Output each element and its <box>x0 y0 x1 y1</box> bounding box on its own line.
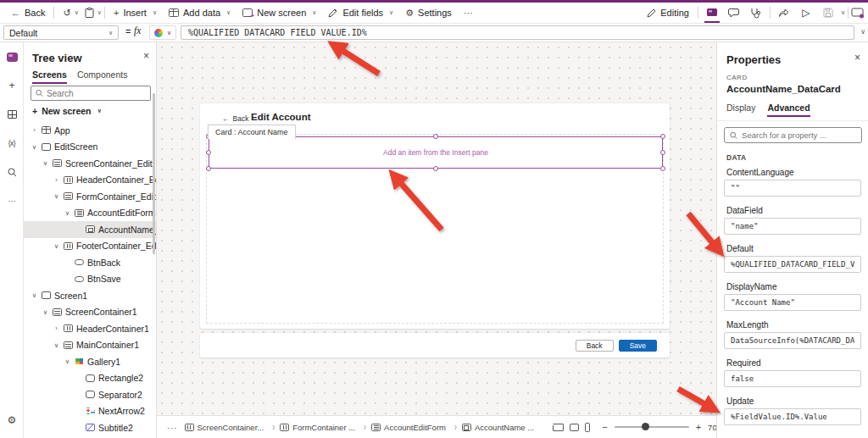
tree-item[interactable]: ∨ ScreenContainer1 <box>24 304 156 321</box>
tree-item-chevron[interactable]: ∨ <box>31 291 38 299</box>
app-screen[interactable]: ← Back Edit Account Card : Account Name … <box>200 103 670 329</box>
tree-item-chevron[interactable]: › <box>53 176 60 184</box>
zoom-out-button[interactable]: − <box>602 422 607 432</box>
preview-button[interactable]: ▷ <box>795 3 817 23</box>
tree-item-chevron[interactable]: › <box>53 324 60 332</box>
tree-item[interactable]: AccountName_DataCard <box>24 221 156 238</box>
rail-settings-button[interactable]: ⚙ <box>0 406 24 435</box>
tree-item-chevron[interactable]: ∨ <box>42 308 49 316</box>
app-back-button[interactable]: Back <box>576 340 614 352</box>
rail-search-button[interactable] <box>0 158 24 186</box>
insert-button[interactable]: + Insert ∨ <box>108 3 163 23</box>
tree-item-chevron[interactable]: ∨ <box>53 242 60 250</box>
property-field-input[interactable]: "name" <box>724 218 861 235</box>
tree-item[interactable]: ∨ Gallery1 <box>24 353 156 370</box>
breadcrumb-item[interactable]: AccountName ... › <box>462 423 534 432</box>
breadcrumb-item[interactable]: FormContainer ... › <box>280 423 371 432</box>
tab-display[interactable]: Display <box>726 103 755 117</box>
tree-item-chevron[interactable]: › <box>31 126 38 134</box>
tree-item[interactable]: › HeaderContainer1 <box>24 320 156 337</box>
property-field-input[interactable]: "Account Name" <box>724 294 861 311</box>
tree-item[interactable]: Subtitle2 <box>24 419 156 436</box>
phone-preview-icon[interactable] <box>585 423 590 432</box>
new-screen-button[interactable]: New screen ∨ <box>236 3 322 23</box>
app-checker-button[interactable] <box>745 3 767 23</box>
breadcrumb-item[interactable]: AccountEditForm › <box>371 423 462 432</box>
property-field-input[interactable]: DataSourceInfo(%DATACARD_DATASOURCE_N… <box>724 332 861 349</box>
tab-components[interactable]: Components <box>77 69 128 84</box>
paste-menu-chevron[interactable]: ∨ <box>97 9 102 16</box>
desktop-preview-icon[interactable] <box>553 424 564 431</box>
property-field-input[interactable]: "" <box>724 180 861 197</box>
resize-handle[interactable] <box>660 134 665 139</box>
tree-search-input[interactable] <box>47 89 146 98</box>
save-menu-chevron[interactable]: ∨ <box>841 9 845 16</box>
tree-item[interactable]: ∨ Screen1 <box>24 287 156 304</box>
breadcrumb-item[interactable]: ScreenContainer... › <box>185 423 281 432</box>
tree-item[interactable]: ∨ FormContainer_Edit <box>24 188 156 205</box>
properties-close-button[interactable]: × <box>854 52 860 64</box>
rail-tree-view-button[interactable] <box>0 42 24 71</box>
resize-handle[interactable] <box>433 166 438 171</box>
resize-handle[interactable] <box>660 166 665 171</box>
tree-item-chevron[interactable]: ∨ <box>64 209 71 217</box>
editing-mode-button[interactable]: Editing <box>641 3 695 23</box>
formula-expand-chevron[interactable]: ∨ <box>860 28 865 36</box>
tablet-preview-icon[interactable] <box>570 424 579 431</box>
tab-screens[interactable]: Screens <box>32 69 67 84</box>
resize-handle[interactable] <box>660 150 665 155</box>
selected-datacard[interactable]: Add an item from the Insert pane <box>209 136 663 169</box>
zoom-in-button[interactable]: + <box>696 422 701 432</box>
rail-variables-button[interactable]: {x} <box>0 129 24 158</box>
resize-handle[interactable] <box>206 166 211 171</box>
more-commands-button[interactable]: ··· <box>458 3 479 23</box>
tree-scrollbar[interactable] <box>153 93 155 254</box>
rail-data-button[interactable] <box>0 100 24 129</box>
tree-item[interactable]: ∨ ScreenContainer_Edit <box>24 155 156 172</box>
tree-item[interactable]: Separator2 <box>24 386 156 403</box>
tab-advanced[interactable]: Advanced <box>767 103 810 117</box>
back-button[interactable]: ← Back <box>5 3 51 23</box>
tree-item[interactable]: ∨ AccountEditForm <box>24 205 156 222</box>
comments-button[interactable] <box>723 3 745 23</box>
tree-item[interactable]: NextArrow2 <box>24 403 156 420</box>
tree-item-chevron[interactable]: ∨ <box>53 341 60 349</box>
zoom-slider-thumb[interactable] <box>642 423 649 430</box>
save-button[interactable] <box>817 3 839 23</box>
rail-insert-button[interactable]: + <box>0 71 24 100</box>
breadcrumb-more-button[interactable]: ··· <box>167 423 178 432</box>
copilot-formula-button[interactable]: ∨ <box>149 25 176 40</box>
tree-item-chevron[interactable]: ∨ <box>64 358 71 365</box>
rail-more-button[interactable]: ··· <box>0 186 24 215</box>
paste-button[interactable] <box>79 3 96 23</box>
tree-item-chevron[interactable]: ∨ <box>53 192 60 200</box>
property-field-input[interactable]: %FieldValue.ID%.Value <box>724 408 861 425</box>
tree-item[interactable]: › App <box>24 122 156 139</box>
formula-input[interactable] <box>181 25 854 40</box>
property-field-input[interactable]: %QUALIFIED_DATACARD_FIELD_VALUE.ID% <box>724 256 861 273</box>
share-button[interactable] <box>773 3 795 23</box>
new-screen-tree-button[interactable]: + New screen ∨ <box>32 106 102 116</box>
settings-button[interactable]: ⚙ Settings <box>399 3 458 23</box>
tree-item[interactable]: ∨ FooterContainer_Edit <box>24 238 156 255</box>
tree-item-chevron[interactable]: ∨ <box>42 159 49 167</box>
tree-item[interactable]: BtnBack <box>24 254 156 271</box>
tree-item[interactable]: ∨ MainContainer1 <box>24 337 156 354</box>
tree-item[interactable]: ∨ EditScreen <box>24 139 156 156</box>
design-canvas[interactable]: ← Back Edit Account Card : Account Name … <box>157 42 716 438</box>
add-data-button[interactable]: Add data ∨ <box>163 3 236 23</box>
resize-handle[interactable] <box>206 150 211 155</box>
undo-button[interactable]: ↺ <box>57 3 72 23</box>
tree-item[interactable]: BtnSave <box>24 271 156 288</box>
tree-close-button[interactable]: × <box>143 50 149 62</box>
publish-button[interactable] <box>851 3 868 23</box>
tree-item[interactable]: › HeaderContainer_Edit <box>24 172 156 189</box>
screen-view-button[interactable] <box>701 3 723 23</box>
app-save-button[interactable]: Save <box>619 340 657 352</box>
edit-fields-button[interactable]: Edit fields ∨ <box>322 3 399 23</box>
property-search-input[interactable] <box>742 130 856 140</box>
property-field-input[interactable]: false <box>724 370 861 387</box>
resize-handle[interactable] <box>433 134 438 139</box>
tree-item[interactable]: Rectangle2 <box>24 370 156 387</box>
zoom-slider[interactable] <box>615 426 689 428</box>
